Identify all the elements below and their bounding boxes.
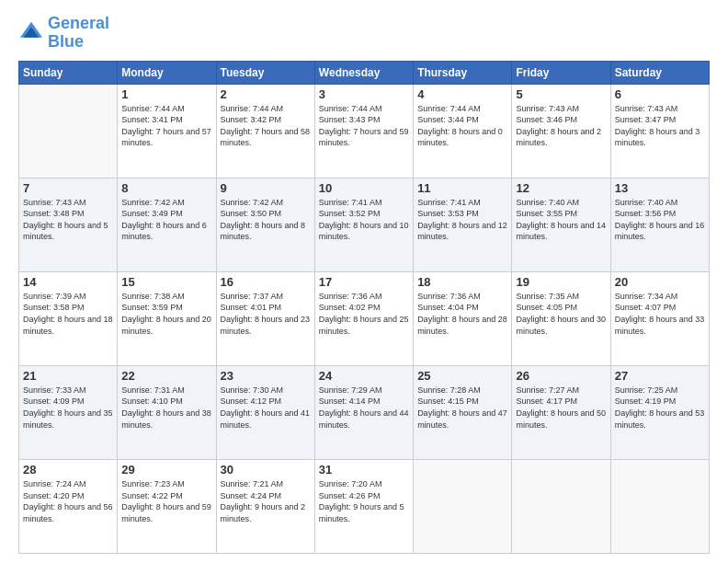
day-number: 13 xyxy=(615,181,705,195)
calendar-table: SundayMondayTuesdayWednesdayThursdayFrid… xyxy=(18,61,710,554)
calendar-week-row: 28Sunrise: 7:24 AMSunset: 4:20 PMDayligh… xyxy=(19,459,710,553)
day-info: Sunrise: 7:44 AMSunset: 3:43 PMDaylight:… xyxy=(319,103,409,149)
calendar-cell: 15Sunrise: 7:38 AMSunset: 3:59 PMDayligh… xyxy=(118,271,216,365)
day-number: 8 xyxy=(121,181,211,195)
day-header-thursday: Thursday xyxy=(414,61,512,84)
day-info: Sunrise: 7:27 AMSunset: 4:17 PMDaylight:… xyxy=(516,385,606,431)
calendar-cell: 16Sunrise: 7:37 AMSunset: 4:01 PMDayligh… xyxy=(216,271,314,365)
day-number: 24 xyxy=(319,369,409,383)
day-header-friday: Friday xyxy=(512,61,610,84)
calendar-cell: 19Sunrise: 7:35 AMSunset: 4:05 PMDayligh… xyxy=(512,271,610,365)
day-info: Sunrise: 7:21 AMSunset: 4:24 PMDaylight:… xyxy=(221,478,311,524)
day-header-sunday: Sunday xyxy=(19,61,118,84)
day-header-monday: Monday xyxy=(118,61,216,84)
day-number: 18 xyxy=(417,275,507,289)
logo-icon xyxy=(18,20,44,46)
calendar-cell: 6Sunrise: 7:43 AMSunset: 3:47 PMDaylight… xyxy=(610,84,709,178)
calendar-cell: 8Sunrise: 7:42 AMSunset: 3:49 PMDaylight… xyxy=(118,178,216,271)
calendar-cell: 22Sunrise: 7:31 AMSunset: 4:10 PMDayligh… xyxy=(118,365,216,459)
calendar-cell: 29Sunrise: 7:23 AMSunset: 4:22 PMDayligh… xyxy=(118,459,216,553)
calendar-cell: 20Sunrise: 7:34 AMSunset: 4:07 PMDayligh… xyxy=(610,271,709,365)
day-info: Sunrise: 7:37 AMSunset: 4:01 PMDaylight:… xyxy=(221,291,311,337)
day-header-saturday: Saturday xyxy=(610,61,709,84)
day-number: 16 xyxy=(221,275,311,289)
calendar-cell: 4Sunrise: 7:44 AMSunset: 3:44 PMDaylight… xyxy=(414,84,512,178)
day-info: Sunrise: 7:39 AMSunset: 3:58 PMDaylight:… xyxy=(23,291,113,337)
calendar-cell: 10Sunrise: 7:41 AMSunset: 3:52 PMDayligh… xyxy=(314,178,413,271)
day-info: Sunrise: 7:24 AMSunset: 4:20 PMDaylight:… xyxy=(23,478,113,524)
calendar-cell xyxy=(19,84,118,178)
day-number: 6 xyxy=(615,87,705,101)
calendar-cell: 23Sunrise: 7:30 AMSunset: 4:12 PMDayligh… xyxy=(216,365,314,459)
day-info: Sunrise: 7:43 AMSunset: 3:46 PMDaylight:… xyxy=(516,103,606,149)
day-info: Sunrise: 7:34 AMSunset: 4:07 PMDaylight:… xyxy=(615,291,705,337)
day-number: 17 xyxy=(319,275,409,289)
calendar-cell: 28Sunrise: 7:24 AMSunset: 4:20 PMDayligh… xyxy=(19,459,118,553)
calendar-cell: 30Sunrise: 7:21 AMSunset: 4:24 PMDayligh… xyxy=(216,459,314,553)
day-header-tuesday: Tuesday xyxy=(216,61,314,84)
day-info: Sunrise: 7:25 AMSunset: 4:19 PMDaylight:… xyxy=(615,385,705,431)
day-number: 10 xyxy=(319,181,409,195)
page: General Blue SundayMondayTuesdayWednesda… xyxy=(0,0,728,563)
calendar-cell: 5Sunrise: 7:43 AMSunset: 3:46 PMDaylight… xyxy=(512,84,610,178)
calendar-cell: 27Sunrise: 7:25 AMSunset: 4:19 PMDayligh… xyxy=(610,365,709,459)
day-info: Sunrise: 7:20 AMSunset: 4:26 PMDaylight:… xyxy=(319,478,409,524)
day-number: 11 xyxy=(417,181,507,195)
day-number: 5 xyxy=(516,87,606,101)
day-info: Sunrise: 7:42 AMSunset: 3:49 PMDaylight:… xyxy=(121,197,211,243)
day-number: 1 xyxy=(121,87,211,101)
day-info: Sunrise: 7:29 AMSunset: 4:14 PMDaylight:… xyxy=(319,385,409,431)
calendar-cell: 7Sunrise: 7:43 AMSunset: 3:48 PMDaylight… xyxy=(19,178,118,271)
calendar-header-row: SundayMondayTuesdayWednesdayThursdayFrid… xyxy=(19,61,710,84)
day-number: 26 xyxy=(516,369,606,383)
day-info: Sunrise: 7:35 AMSunset: 4:05 PMDaylight:… xyxy=(516,291,606,337)
calendar-cell: 1Sunrise: 7:44 AMSunset: 3:41 PMDaylight… xyxy=(118,84,216,178)
calendar-cell: 24Sunrise: 7:29 AMSunset: 4:14 PMDayligh… xyxy=(314,365,413,459)
day-number: 27 xyxy=(615,369,705,383)
day-number: 7 xyxy=(23,181,113,195)
calendar-cell: 21Sunrise: 7:33 AMSunset: 4:09 PMDayligh… xyxy=(19,365,118,459)
calendar-cell: 14Sunrise: 7:39 AMSunset: 3:58 PMDayligh… xyxy=(19,271,118,365)
day-number: 29 xyxy=(121,463,211,477)
calendar-week-row: 14Sunrise: 7:39 AMSunset: 3:58 PMDayligh… xyxy=(19,271,710,365)
calendar-cell: 17Sunrise: 7:36 AMSunset: 4:02 PMDayligh… xyxy=(314,271,413,365)
day-number: 30 xyxy=(221,463,311,477)
day-info: Sunrise: 7:30 AMSunset: 4:12 PMDaylight:… xyxy=(221,385,311,431)
day-number: 31 xyxy=(319,463,409,477)
day-number: 21 xyxy=(23,369,113,383)
day-info: Sunrise: 7:28 AMSunset: 4:15 PMDaylight:… xyxy=(417,385,507,431)
day-info: Sunrise: 7:36 AMSunset: 4:04 PMDaylight:… xyxy=(417,291,507,337)
logo: General Blue xyxy=(18,15,109,52)
day-number: 14 xyxy=(23,275,113,289)
calendar-cell xyxy=(610,459,709,553)
day-header-wednesday: Wednesday xyxy=(314,61,413,84)
day-info: Sunrise: 7:33 AMSunset: 4:09 PMDaylight:… xyxy=(23,385,113,431)
day-info: Sunrise: 7:41 AMSunset: 3:52 PMDaylight:… xyxy=(319,197,409,243)
calendar-week-row: 7Sunrise: 7:43 AMSunset: 3:48 PMDaylight… xyxy=(19,178,710,271)
day-number: 20 xyxy=(615,275,705,289)
day-info: Sunrise: 7:23 AMSunset: 4:22 PMDaylight:… xyxy=(121,478,211,524)
day-number: 15 xyxy=(121,275,211,289)
calendar-week-row: 1Sunrise: 7:44 AMSunset: 3:41 PMDaylight… xyxy=(19,84,710,178)
day-info: Sunrise: 7:41 AMSunset: 3:53 PMDaylight:… xyxy=(417,197,507,243)
day-number: 22 xyxy=(121,369,211,383)
calendar-cell: 3Sunrise: 7:44 AMSunset: 3:43 PMDaylight… xyxy=(314,84,413,178)
day-number: 9 xyxy=(221,181,311,195)
calendar-cell: 12Sunrise: 7:40 AMSunset: 3:55 PMDayligh… xyxy=(512,178,610,271)
day-info: Sunrise: 7:43 AMSunset: 3:47 PMDaylight:… xyxy=(615,103,705,149)
calendar-cell: 25Sunrise: 7:28 AMSunset: 4:15 PMDayligh… xyxy=(414,365,512,459)
header: General Blue xyxy=(18,15,710,52)
calendar-cell: 13Sunrise: 7:40 AMSunset: 3:56 PMDayligh… xyxy=(610,178,709,271)
calendar-cell: 26Sunrise: 7:27 AMSunset: 4:17 PMDayligh… xyxy=(512,365,610,459)
calendar-body: 1Sunrise: 7:44 AMSunset: 3:41 PMDaylight… xyxy=(19,84,710,553)
day-info: Sunrise: 7:31 AMSunset: 4:10 PMDaylight:… xyxy=(121,385,211,431)
day-number: 23 xyxy=(221,369,311,383)
day-info: Sunrise: 7:40 AMSunset: 3:55 PMDaylight:… xyxy=(516,197,606,243)
calendar-cell: 2Sunrise: 7:44 AMSunset: 3:42 PMDaylight… xyxy=(216,84,314,178)
calendar-cell: 31Sunrise: 7:20 AMSunset: 4:26 PMDayligh… xyxy=(314,459,413,553)
calendar-cell: 18Sunrise: 7:36 AMSunset: 4:04 PMDayligh… xyxy=(414,271,512,365)
calendar-cell xyxy=(512,459,610,553)
day-number: 25 xyxy=(417,369,507,383)
calendar-cell: 9Sunrise: 7:42 AMSunset: 3:50 PMDaylight… xyxy=(216,178,314,271)
day-info: Sunrise: 7:44 AMSunset: 3:44 PMDaylight:… xyxy=(417,103,507,149)
